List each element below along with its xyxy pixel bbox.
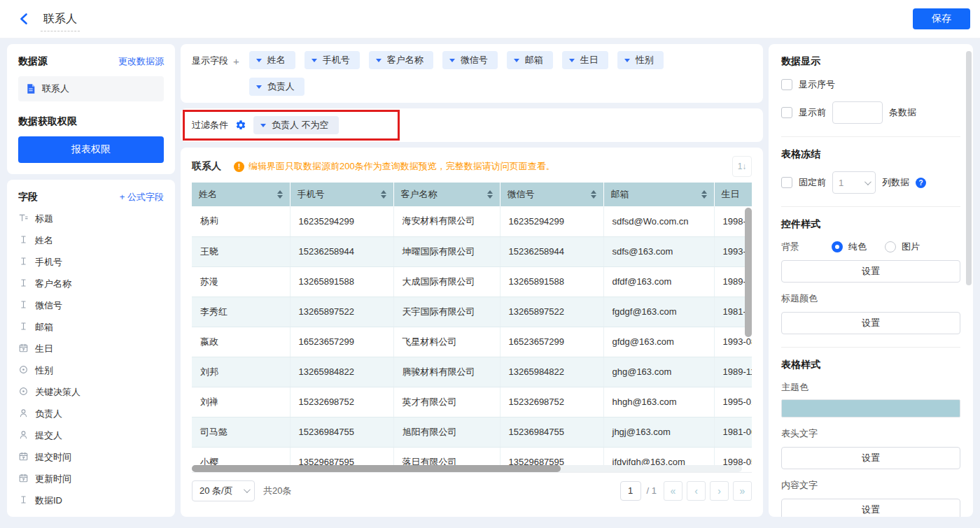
freeze-count-select[interactable]: 1 <box>832 171 876 194</box>
content-text-setting-button[interactable]: 设置 <box>781 499 960 517</box>
field-item[interactable]: 生日 <box>18 338 164 359</box>
prev-page-button[interactable]: ‹ <box>687 481 706 501</box>
sort-order-button[interactable]: 1↓ <box>732 156 752 177</box>
datasource-item[interactable]: 联系人 <box>18 76 164 101</box>
page-number-input[interactable] <box>620 481 641 501</box>
field-item[interactable]: 微信号 <box>18 294 164 316</box>
display-field-chip[interactable]: 客户名称 <box>369 51 433 69</box>
horizontal-scrollbar[interactable] <box>192 465 742 472</box>
back-button[interactable] <box>17 12 31 26</box>
table-cell: dfdf@163.com <box>603 266 714 297</box>
header-text-label: 表头文字 <box>781 427 960 440</box>
add-display-field-button[interactable]: + <box>233 55 239 67</box>
pagination-bar: 20 条/页 共20条 / 1 « ‹ › » <box>192 472 752 508</box>
display-field-chip[interactable]: 微信号 <box>442 51 498 69</box>
freeze-suffix: 列数据 <box>882 176 909 189</box>
field-item[interactable]: 标题 <box>18 208 164 229</box>
theme-color-swatch[interactable] <box>781 399 960 418</box>
table-header-row: 姓名手机号客户名称微信号邮箱生日 <box>192 183 752 206</box>
column-header[interactable]: 客户名称 <box>393 183 500 206</box>
table-cell: 坤曜国际有限公司 <box>393 236 500 266</box>
field-item-label: 手机号 <box>35 256 62 269</box>
last-page-button[interactable]: » <box>733 481 752 501</box>
datasource-panel: 数据源 更改数据源 联系人 数据获取权限 报表权限 <box>7 44 175 174</box>
field-item[interactable]: 提交人 <box>18 424 164 446</box>
freeze-columns-checkbox[interactable] <box>781 177 792 188</box>
field-item[interactable]: 关键决策人 <box>18 381 164 403</box>
column-header[interactable]: 微信号 <box>500 183 603 206</box>
show-index-label: 显示序号 <box>799 78 835 91</box>
field-item-label: 数据ID <box>35 494 62 507</box>
filter-condition-chip[interactable]: 负责人 不为空 <box>253 116 339 134</box>
table-cell: 16235294299 <box>500 206 603 236</box>
radio-icon <box>18 364 29 377</box>
display-field-chip-label: 姓名 <box>267 54 286 66</box>
help-icon[interactable]: ? <box>916 178 926 188</box>
background-setting-button[interactable]: 设置 <box>781 260 960 283</box>
table-cell: 王晓 <box>192 236 290 266</box>
field-item[interactable]: 姓名 <box>18 229 164 251</box>
display-field-chip[interactable]: 手机号 <box>304 51 360 69</box>
table-cell: 15232698752 <box>290 387 393 417</box>
save-button[interactable]: 保存 <box>913 8 970 29</box>
field-item[interactable]: 性别 <box>18 359 164 381</box>
document-icon <box>25 83 36 94</box>
header-text-setting-button[interactable]: 设置 <box>781 447 960 469</box>
sort-arrows-icon[interactable] <box>381 190 386 199</box>
chevron-down-icon <box>864 178 872 185</box>
fields-panel: 字段 + 公式字段 标题姓名手机号客户名称微信号邮箱生日性别关键决策人负责人提交… <box>7 180 175 517</box>
chevron-down-icon <box>256 59 262 62</box>
column-header-label: 手机号 <box>298 188 325 201</box>
preview-toolbar: 联系人 ! 编辑界面只取数据源前200条作为查询数据预览，完整数据请访问页面查看… <box>192 156 752 177</box>
column-header[interactable]: 生日 <box>714 183 752 206</box>
column-header[interactable]: 手机号 <box>290 183 393 206</box>
text-icon <box>18 234 29 247</box>
text-icon <box>18 494 29 507</box>
show-top-checkbox[interactable] <box>781 107 792 118</box>
chevron-down-icon <box>449 59 455 62</box>
gear-icon[interactable] <box>235 120 246 131</box>
chevron-down-icon <box>514 59 519 62</box>
report-permission-button[interactable]: 报表权限 <box>18 136 164 163</box>
title-color-setting-button[interactable]: 设置 <box>781 312 960 334</box>
vertical-scrollbar[interactable] <box>745 208 752 337</box>
sort-arrows-icon[interactable] <box>277 190 283 199</box>
change-datasource-link[interactable]: 更改数据源 <box>118 55 164 68</box>
table-cell: 16523657299 <box>500 327 603 357</box>
horizontal-scrollbar-thumb[interactable] <box>192 465 561 472</box>
filter-card: 过滤条件 负责人 不为空 <box>181 108 763 142</box>
add-formula-field-link[interactable]: + 公式字段 <box>120 191 164 204</box>
next-page-button[interactable]: › <box>710 481 729 501</box>
show-index-checkbox[interactable] <box>781 79 792 90</box>
image-radio[interactable] <box>885 241 896 252</box>
display-field-chip[interactable]: 负责人 <box>249 78 304 96</box>
display-field-chip[interactable]: 性别 <box>617 51 664 69</box>
field-item[interactable]: 数据ID <box>18 490 164 511</box>
sort-arrows-icon[interactable] <box>701 190 707 199</box>
first-page-button[interactable]: « <box>664 481 682 501</box>
column-header[interactable]: 姓名 <box>192 183 290 206</box>
table-cell: 旭阳有限公司 <box>393 417 500 447</box>
field-item[interactable]: 提交时间 <box>18 446 164 468</box>
field-item[interactable]: 客户名称 <box>18 273 164 294</box>
filter-label: 过滤条件 <box>192 119 228 131</box>
column-header-inner: 生日 <box>722 188 752 201</box>
sort-arrows-icon[interactable] <box>487 190 493 199</box>
field-item[interactable]: 负责人 <box>18 403 164 424</box>
display-field-chip[interactable]: 姓名 <box>249 51 295 69</box>
field-item[interactable]: 更新时间 <box>18 468 164 490</box>
solid-color-radio[interactable] <box>832 241 843 252</box>
table-cell: 13265984822 <box>500 357 603 387</box>
field-item[interactable]: 邮箱 <box>18 316 164 338</box>
sort-arrows-icon[interactable] <box>591 190 596 199</box>
display-field-chip[interactable]: 邮箱 <box>507 51 553 69</box>
field-item[interactable]: 手机号 <box>18 251 164 273</box>
page-size-select[interactable]: 20 条/页 <box>192 480 255 501</box>
column-header[interactable]: 邮箱 <box>603 183 714 206</box>
field-item-label: 客户名称 <box>35 278 71 290</box>
settings-scrollbar[interactable] <box>966 51 972 285</box>
table-cell: 天宇国际有限公司 <box>393 297 500 327</box>
datasource-heading: 数据源 <box>18 55 48 68</box>
show-top-count-input[interactable] <box>832 101 883 124</box>
display-field-chip[interactable]: 生日 <box>562 51 608 69</box>
